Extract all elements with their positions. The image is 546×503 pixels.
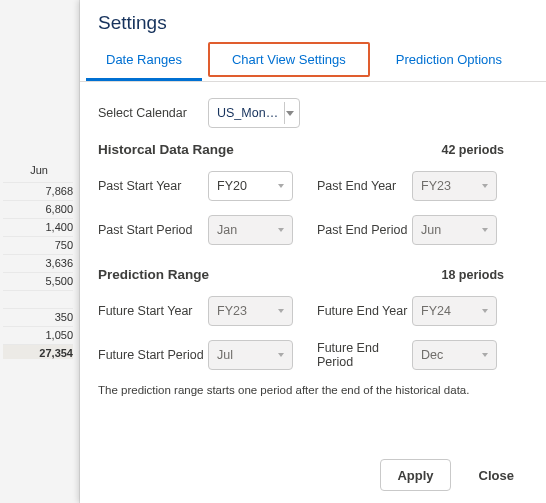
page-title: Settings xyxy=(80,0,546,44)
chevron-down-icon xyxy=(482,184,488,188)
chevron-down-icon xyxy=(482,353,488,357)
chevron-down-icon xyxy=(278,309,284,313)
past-start-period-dropdown[interactable]: Jan xyxy=(208,215,293,245)
chevron-down-icon xyxy=(278,228,284,232)
future-start-period-label: Future Start Period xyxy=(98,348,208,362)
chevron-down-icon xyxy=(278,353,284,357)
bg-cell: 750 xyxy=(3,236,73,251)
bg-cell: 3,636 xyxy=(3,254,73,269)
chevron-down-icon xyxy=(278,184,284,188)
bg-cell: 6,800 xyxy=(3,200,73,215)
bg-cell: 1,050 xyxy=(3,326,73,341)
past-end-year-dropdown[interactable]: FY23 xyxy=(412,171,497,201)
prediction-range-title: Prediction Range xyxy=(98,267,209,282)
bg-cell: 1,400 xyxy=(3,218,73,233)
chevron-down-icon xyxy=(482,309,488,313)
past-start-year-dropdown[interactable]: FY20 xyxy=(208,171,293,201)
past-end-period-label: Past End Period xyxy=(317,223,412,237)
tab-prediction-options[interactable]: Prediction Options xyxy=(376,44,522,81)
tab-chart-view-settings[interactable]: Chart View Settings xyxy=(208,42,370,77)
bg-cell: 7,868 xyxy=(3,182,73,197)
select-calendar-value: US_Mon… xyxy=(217,106,278,120)
select-calendar-dropdown[interactable]: US_Mon… xyxy=(208,98,300,128)
past-start-period-label: Past Start Period xyxy=(98,223,208,237)
historical-range-title: Historcal Data Range xyxy=(98,142,234,157)
past-end-year-label: Past End Year xyxy=(317,179,412,193)
future-end-year-dropdown[interactable]: FY24 xyxy=(412,296,497,326)
future-start-year-dropdown[interactable]: FY23 xyxy=(208,296,293,326)
future-start-year-label: Future Start Year xyxy=(98,304,208,318)
select-calendar-label: Select Calendar xyxy=(98,106,208,120)
prediction-periods: 18 periods xyxy=(441,268,504,282)
future-end-year-label: Future End Year xyxy=(317,304,412,318)
apply-button[interactable]: Apply xyxy=(380,459,450,491)
panel-body: Select Calendar US_Mon… Historcal Data R… xyxy=(80,82,546,444)
background-table: Jun 7,868 6,800 1,400 750 3,636 5,500 35… xyxy=(0,0,80,503)
bg-cell xyxy=(3,290,73,293)
panel-footer: Apply Close xyxy=(80,444,546,503)
future-start-period-dropdown[interactable]: Jul xyxy=(208,340,293,370)
prediction-hint: The prediction range starts one period a… xyxy=(98,384,528,396)
future-end-period-label: Future End Period xyxy=(317,341,412,369)
bg-cell: 350 xyxy=(3,308,73,323)
bg-cell: 5,500 xyxy=(3,272,73,287)
bg-cell-total: 27,354 xyxy=(3,344,73,359)
chevron-down-icon xyxy=(284,102,295,124)
bg-col-header: Jun xyxy=(0,164,78,176)
chevron-down-icon xyxy=(482,228,488,232)
past-start-year-label: Past Start Year xyxy=(98,179,208,193)
tab-bar: Date Ranges Chart View Settings Predicti… xyxy=(80,44,546,82)
close-button[interactable]: Close xyxy=(463,459,530,491)
historical-periods: 42 periods xyxy=(441,143,504,157)
future-end-period-dropdown[interactable]: Dec xyxy=(412,340,497,370)
settings-panel: Settings Date Ranges Chart View Settings… xyxy=(80,0,546,503)
tab-date-ranges[interactable]: Date Ranges xyxy=(86,44,202,81)
past-end-period-dropdown[interactable]: Jun xyxy=(412,215,497,245)
